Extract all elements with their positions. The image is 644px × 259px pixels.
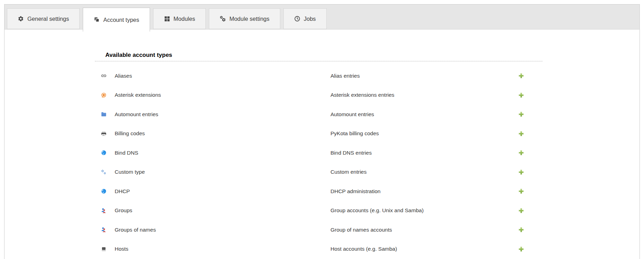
account-type-row: Automount entries Automount entries <box>95 105 542 124</box>
globe-icon <box>101 150 107 156</box>
tab-bar: General settings Account types Modules M… <box>5 5 639 29</box>
account-type-description: Alias entries <box>330 73 360 79</box>
tab-label: General settings <box>27 16 69 22</box>
gear-icon <box>18 16 24 22</box>
account-type-name: Groups <box>115 207 132 214</box>
tab-label: Module settings <box>229 16 270 22</box>
account-type-row: DHCP DHCP administration <box>95 182 542 201</box>
account-type-name: Bind DNS <box>115 150 138 156</box>
gears-icon <box>220 16 226 22</box>
printer-icon <box>101 131 107 137</box>
account-type-name: Billing codes <box>115 130 145 137</box>
globe-icon <box>101 188 107 194</box>
account-type-name: Groups of names <box>115 227 156 233</box>
tab-general-settings[interactable]: General settings <box>7 8 80 29</box>
tab-label: Jobs <box>304 16 316 22</box>
account-type-description: DHCP administration <box>330 188 380 195</box>
add-account-type-button[interactable] <box>518 150 524 156</box>
tab-account-types[interactable]: Account types <box>83 8 150 32</box>
account-types-list: Aliases Alias entries Asterisk extension… <box>95 66 542 259</box>
add-account-type-button[interactable] <box>518 246 524 252</box>
tab-modules[interactable]: Modules <box>153 8 206 29</box>
configuration-panel: General settings Account types Modules M… <box>4 4 640 259</box>
account-type-row: Billing codes PyKota billing codes <box>95 124 542 144</box>
account-type-name: Hosts <box>115 246 129 252</box>
laptop-icon <box>101 246 107 252</box>
account-type-name: Automount entries <box>115 111 158 118</box>
account-type-description: Asterisk extensions entries <box>330 92 394 98</box>
link-icon <box>101 73 107 79</box>
account-type-row: Groups Group accounts (e.g. Unix and Sam… <box>95 201 542 221</box>
tab-jobs[interactable]: Jobs <box>283 8 327 29</box>
section-title: Available account types <box>95 51 542 61</box>
folder-icon <box>101 111 107 117</box>
add-account-type-button[interactable] <box>518 111 524 117</box>
group-users-icon <box>101 208 107 214</box>
grid-icon <box>164 16 170 22</box>
account-type-description: Bind DNS entries <box>330 150 372 156</box>
account-type-row: Hosts Host accounts (e.g. Samba) <box>95 240 542 259</box>
account-type-name: Custom type <box>115 169 145 175</box>
account-types-content: Available account types Aliases Alias en… <box>95 29 542 259</box>
add-account-type-button[interactable] <box>518 92 524 98</box>
account-type-row: Bind DNS Bind DNS entries <box>95 143 542 163</box>
account-type-row: Custom type Custom entries <box>95 163 542 182</box>
add-account-type-button[interactable] <box>518 188 524 194</box>
account-type-row: Aliases Alias entries <box>95 66 542 86</box>
overlapping-squares-icon <box>94 17 100 23</box>
add-account-type-button[interactable] <box>518 73 524 79</box>
account-type-row: Asterisk extensions Asterisk extensions … <box>95 86 542 105</box>
add-account-type-button[interactable] <box>518 131 524 137</box>
account-type-description: Group accounts (e.g. Unix and Samba) <box>330 207 424 214</box>
add-account-type-button[interactable] <box>518 208 524 214</box>
account-type-name: Asterisk extensions <box>115 92 161 98</box>
asterisk-logo-icon <box>101 92 107 98</box>
group-users-icon <box>101 227 107 233</box>
account-type-description: Host accounts (e.g. Samba) <box>330 246 397 252</box>
account-type-description: Custom entries <box>330 169 367 175</box>
gears-outline-icon <box>101 169 107 175</box>
clock-icon <box>294 16 300 22</box>
tab-label: Account types <box>103 17 139 23</box>
account-type-name: Aliases <box>115 73 132 79</box>
account-type-description: PyKota billing codes <box>330 130 379 137</box>
add-account-type-button[interactable] <box>518 227 524 233</box>
account-type-description: Group of names accounts <box>330 227 392 233</box>
account-type-description: Automount entries <box>330 111 374 118</box>
account-type-row: Groups of names Group of names accounts <box>95 220 542 240</box>
tab-label: Modules <box>174 16 195 22</box>
tab-module-settings[interactable]: Module settings <box>209 8 280 29</box>
add-account-type-button[interactable] <box>518 169 524 175</box>
account-type-name: DHCP <box>115 188 130 195</box>
